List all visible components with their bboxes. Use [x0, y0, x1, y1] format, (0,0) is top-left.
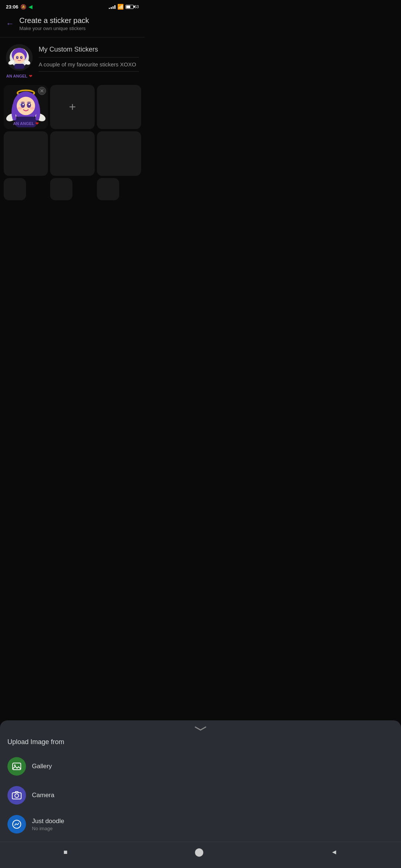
pack-details: My Custom Stickers A couple of my favour…: [39, 44, 139, 72]
sticker-cell-9[interactable]: [97, 178, 119, 200]
svg-rect-10: [14, 64, 24, 69]
sticker-grid: ✕: [0, 79, 145, 200]
page-title: Create a sticker pack: [19, 16, 89, 25]
mute-icon: 🔕: [20, 4, 26, 10]
sticker-cell-8[interactable]: [50, 178, 72, 200]
sticker-cell-6[interactable]: [97, 131, 141, 175]
svg-point-15: [17, 97, 35, 115]
battery: 63: [125, 4, 139, 9]
battery-body: [125, 5, 134, 9]
pack-icon-heart: ❤: [29, 74, 32, 78]
header-text: Create a sticker pack Make your own uniq…: [19, 16, 89, 31]
svg-point-18: [22, 103, 24, 105]
pack-icon-label-row: AN ANGEL ❤: [6, 72, 33, 79]
sticker-cell-add[interactable]: +: [50, 85, 94, 129]
pack-name[interactable]: My Custom Stickers: [39, 46, 139, 57]
clock: 23:06: [6, 4, 18, 10]
svg-point-9: [22, 59, 24, 60]
sticker-cell-3[interactable]: [97, 85, 141, 129]
svg-point-21: [30, 107, 34, 109]
status-bar: 23:06 🔕 ◀ 📶 63: [0, 0, 145, 12]
sticker-cell-4[interactable]: [4, 131, 48, 175]
sticker-cell-7[interactable]: [4, 178, 26, 200]
signal-bar-2: [111, 7, 112, 9]
signal-bar-4: [114, 5, 115, 9]
header: ← Create a sticker pack Make your own un…: [0, 12, 145, 37]
battery-fill: [126, 6, 130, 8]
page-subtitle: Make your own unique stickers: [19, 26, 89, 31]
svg-point-6: [17, 57, 18, 57]
svg-point-19: [29, 103, 30, 105]
sticker-angel-label: AN ANGEL ❤: [4, 121, 48, 126]
sticker-cell-5[interactable]: [50, 131, 94, 175]
svg-point-17: [27, 102, 31, 108]
svg-point-8: [14, 59, 17, 60]
pack-icon[interactable]: [6, 44, 33, 71]
battery-level: 63: [134, 4, 139, 9]
pack-description[interactable]: A couple of my favourite stickers XOXO: [39, 61, 139, 72]
svg-point-3: [14, 52, 25, 63]
nav-indicator-icon: ◀: [29, 4, 32, 10]
signal-bar-3: [113, 6, 114, 9]
svg-point-7: [21, 57, 22, 57]
sticker-cell-1[interactable]: ✕: [4, 85, 48, 129]
svg-point-20: [17, 107, 22, 109]
pack-info: AN ANGEL ❤ My Custom Stickers A couple o…: [0, 37, 145, 79]
status-right: 📶 63: [109, 4, 139, 10]
angel-sticker-preview-svg: [7, 45, 32, 70]
signal-bar-1: [109, 8, 110, 9]
pack-icon-label: AN ANGEL: [6, 74, 27, 78]
wifi-icon: 📶: [117, 4, 124, 10]
back-button[interactable]: ←: [6, 19, 14, 29]
svg-point-16: [21, 102, 25, 108]
add-sticker-button[interactable]: +: [69, 100, 76, 114]
pack-icon-wrap: AN ANGEL ❤: [6, 44, 33, 79]
signal-bars: [109, 4, 115, 9]
status-left: 23:06 🔕 ◀: [6, 4, 32, 10]
